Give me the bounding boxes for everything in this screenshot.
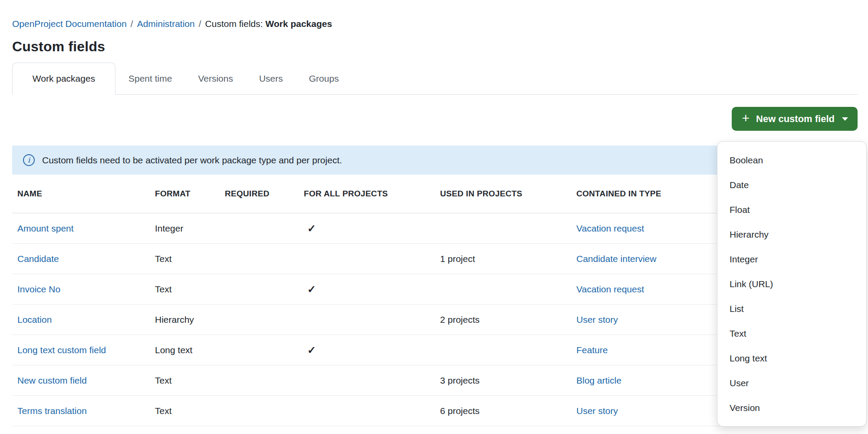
breadcrumb-link-openproject-documentation[interactable]: OpenProject Documentation <box>12 19 127 29</box>
contained-in-type-link[interactable]: User story <box>576 315 618 325</box>
plus-icon: + <box>742 112 750 125</box>
new-custom-field-button[interactable]: + New custom field <box>732 107 858 131</box>
column-header-for-all-projects: For all projects <box>299 189 435 199</box>
breadcrumb-link-administration[interactable]: Administration <box>137 19 195 29</box>
dropdown-item-integer[interactable]: Integer <box>717 247 866 272</box>
used-in-projects-cell: 1 project <box>435 254 571 264</box>
tab-users[interactable]: Users <box>246 63 296 94</box>
format-cell: Text <box>150 375 220 386</box>
chevron-down-icon <box>842 117 848 121</box>
breadcrumb-current: Custom fields: Work packages <box>205 19 332 29</box>
column-header-used-in-projects: Used in projects <box>435 189 571 199</box>
tab-work-packages[interactable]: Work packages <box>12 63 115 95</box>
contained-in-type-link[interactable]: Vacation request <box>576 284 644 294</box>
custom-field-name-link[interactable]: Terms translation <box>17 406 87 416</box>
breadcrumb-separator: / <box>127 19 137 29</box>
dropdown-item-version[interactable]: Version <box>717 395 866 420</box>
column-header-name: Name <box>12 189 150 199</box>
breadcrumb-separator: / <box>195 19 205 29</box>
format-cell: Integer <box>150 223 220 234</box>
breadcrumb: OpenProject Documentation/Administration… <box>12 0 858 29</box>
used-in-projects-cell: 3 projects <box>435 375 571 386</box>
column-header-required: Required <box>220 189 299 199</box>
tab-groups[interactable]: Groups <box>296 63 352 94</box>
new-custom-field-button-label: New custom field <box>756 113 835 125</box>
dropdown-item-boolean[interactable]: Boolean <box>717 148 866 172</box>
used-in-projects-cell: 2 projects <box>435 315 571 325</box>
format-cell: Hierarchy <box>150 315 220 325</box>
info-icon: i <box>23 154 35 166</box>
for-all-projects-checkmark-icon: ✓ <box>307 344 316 356</box>
for-all-projects-checkmark-icon: ✓ <box>307 222 316 234</box>
format-cell: Text <box>150 254 220 264</box>
for-all-projects-cell: ✓ <box>299 222 435 235</box>
custom-field-name-link[interactable]: New custom field <box>17 375 87 385</box>
tab-spent-time[interactable]: Spent time <box>115 63 185 94</box>
dropdown-item-link-url[interactable]: Link (URL) <box>717 272 866 296</box>
page-title: Custom fields <box>12 39 858 55</box>
custom-field-name-link[interactable]: Location <box>17 315 52 325</box>
custom-field-name-link[interactable]: Invoice No <box>17 284 60 294</box>
used-in-projects-cell: 6 projects <box>435 406 571 416</box>
tab-bar: Work packages Spent time Versions Users … <box>12 63 858 95</box>
contained-in-type-link[interactable]: Blog article <box>576 375 621 385</box>
for-all-projects-cell: ✓ <box>299 283 435 295</box>
column-header-format: Format <box>150 189 220 199</box>
dropdown-item-user[interactable]: User <box>717 371 866 395</box>
dropdown-item-date[interactable]: Date <box>717 172 866 197</box>
contained-in-type-link[interactable]: User story <box>576 406 618 416</box>
format-cell: Long text <box>150 345 220 355</box>
tab-versions[interactable]: Versions <box>185 63 246 94</box>
dropdown-item-float[interactable]: Float <box>717 197 866 222</box>
contained-in-type-link[interactable]: Feature <box>576 345 608 355</box>
custom-field-name-link[interactable]: Candidate <box>17 254 59 264</box>
custom-field-name-link[interactable]: Long text custom field <box>17 345 106 355</box>
contained-in-type-link[interactable]: Vacation request <box>576 223 644 233</box>
for-all-projects-checkmark-icon: ✓ <box>307 283 316 295</box>
new-custom-field-dropdown-menu: BooleanDateFloatHierarchyIntegerLink (UR… <box>717 141 867 427</box>
for-all-projects-cell: ✓ <box>299 344 435 356</box>
contained-in-type-link[interactable]: Candidate interview <box>576 254 656 264</box>
info-banner-text: Custom fields need to be activated per w… <box>42 155 342 166</box>
custom-field-name-link[interactable]: Amount spent <box>17 223 74 233</box>
dropdown-item-text[interactable]: Text <box>717 321 866 346</box>
format-cell: Text <box>150 406 220 416</box>
toolbar: + New custom field <box>12 107 858 131</box>
dropdown-item-list[interactable]: List <box>717 296 866 321</box>
dropdown-item-hierarchy[interactable]: Hierarchy <box>717 222 866 247</box>
breadcrumb-current-page: Work packages <box>265 19 332 29</box>
format-cell: Text <box>150 284 220 295</box>
dropdown-item-long-text[interactable]: Long text <box>717 346 866 371</box>
